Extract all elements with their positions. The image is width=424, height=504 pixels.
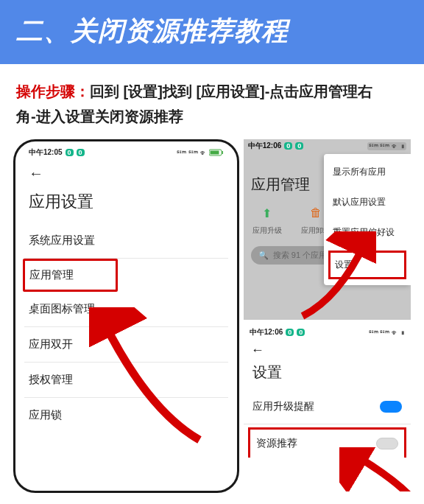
back-button[interactable]: ← [24,161,228,183]
page-title-settings: 设置 [244,358,411,390]
pointer-arrow-right-bottom [339,447,411,491]
status-pill-1: 0 [66,149,74,156]
back-icon: ← [29,165,43,181]
status-time-3: 中午12:06 [250,327,283,337]
icon-app-upgrade[interactable]: ⬆ 应用升级 [252,203,282,236]
instructions-block: 操作步骤：回到 [设置]找到 [应用设置]-点击应用管理右 角-进入设置关闭资源… [0,64,424,139]
menu-show-all[interactable]: 显示所有应用 [324,157,411,187]
back-button-2[interactable]: ← [244,339,411,358]
status-icons-3: ˢᶦᵐ ˢᶦᵐ ᯤ ▮ [369,329,405,337]
pointer-arrow-right-top [295,231,376,320]
steps-text-1: 回到 [设置]找到 [应用设置]-点击应用管理右 [90,83,372,99]
upgrade-label: 应用升级 [252,225,282,236]
status-pill-2: 0 [77,149,85,156]
status-bar: 中午12:05 0 0 ˢᶦᵐ ˢᶦᵐ ᯤ [24,146,228,161]
status-pill-4: 0 [295,142,303,150]
tutorial-banner: 二、关闭资源推荐教程 [0,0,424,64]
steps-text-2: 角-进入设置关闭资源推荐 [16,108,183,125]
pointer-arrow-left [89,307,207,447]
status-bar-3: 中午12:06 0 0 ˢᶦᵐ ˢᶦᵐ ᯤ ▮ [244,326,411,339]
row-upgrade-reminder[interactable]: 应用升级提醒 [244,390,411,424]
status-time: 中午12:05 [29,147,63,158]
status-pill-5: 0 [286,329,294,336]
search-icon: 🔍 [258,251,269,260]
status-time-2: 中午12:06 [248,141,282,151]
svg-rect-1 [210,151,219,155]
svg-rect-2 [222,151,223,154]
status-bar-2: 中午12:06 0 0 ˢᶦᵐ ˢᶦᵐ ᯤ ▮ [244,139,411,153]
menu-item-app-management[interactable]: 应用管理 [23,259,118,292]
status-pill-6: 0 [297,329,305,336]
status-icons-2: ˢᶦᵐ ˢᶦᵐ ᯤ ▮ [367,142,406,150]
back-icon-2: ← [251,343,264,357]
status-icons: ˢᶦᵐ ˢᶦᵐ ᯤ [177,149,224,157]
phone-left: 中午12:05 0 0 ˢᶦᵐ ˢᶦᵐ ᯤ ← 应用设置 系统应用设置 应用管理… [13,139,239,493]
phone-right-bottom: 中午12:06 0 0 ˢᶦᵐ ˢᶦᵐ ᯤ ▮ ← 设置 应用升级提醒 资源推荐 [244,326,411,491]
phone-right-top: 中午12:06 0 0 ˢᶦᵐ ˢᶦᵐ ᯤ ▮ 应用管理 ⬆ 应用升级 🗑 应用… [244,139,411,320]
row-upgrade-label: 应用升级提醒 [252,400,314,413]
row-resource-label: 资源推荐 [256,437,297,450]
toggle-upgrade-on[interactable] [380,401,402,413]
status-pill-3: 0 [284,142,292,150]
steps-label: 操作步骤： [16,83,90,99]
menu-item-system[interactable]: 系统应用设置 [24,223,228,259]
trash-icon: 🗑 [306,203,325,223]
menu-default-apps[interactable]: 默认应用设置 [324,187,411,217]
page-title: 应用设置 [24,183,228,223]
upgrade-icon: ⬆ [258,203,277,223]
